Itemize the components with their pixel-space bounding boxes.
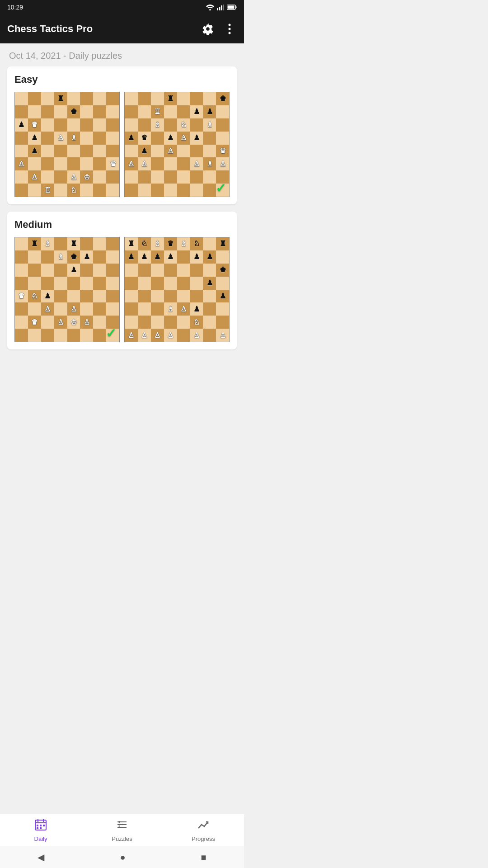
board-cell [41,118,54,132]
board-cell [177,145,190,158]
board-cell [125,264,138,277]
board-cell: ♟ [28,145,41,158]
board-cell [177,250,190,264]
board-cell [138,264,151,277]
board-cell: ♙ [138,329,151,342]
board-cell [54,170,67,184]
board-cell [15,145,28,158]
board-cell [125,316,138,329]
board-cell: ♘ [190,316,203,329]
board-cell [93,302,106,316]
board-cell [216,105,229,118]
board-cell [190,170,203,184]
svg-rect-3 [221,5,222,10]
signal-icon [217,5,224,10]
board-cell: ♙ [41,302,54,316]
board-cell [125,184,138,197]
board-cell [54,277,67,290]
board-cell [80,184,93,197]
settings-button[interactable] [201,22,215,36]
board-cell [216,302,229,316]
board-cell [41,316,54,329]
app-bar: Chess Tactics Pro [0,14,244,43]
board-cell: ♛ [216,145,229,158]
board-cell [151,92,164,105]
board-cell [93,132,106,145]
board-cell [216,250,229,264]
board-cell [106,264,119,277]
app-title: Chess Tactics Pro [7,23,195,35]
board-cell [15,105,28,118]
board-cell: ♛ [28,118,41,132]
board-cell [54,118,67,132]
board-cell [67,92,80,105]
board-cell [54,105,67,118]
more-options-button[interactable] [222,22,237,36]
board-cell [106,302,119,316]
board-cell [203,329,216,342]
board-cell: ♛ [15,290,28,303]
board-cell [54,184,67,197]
board-cell [67,277,80,290]
board-cell: ♟ [216,290,229,303]
board-cell [93,184,106,197]
board-cell [15,250,28,264]
board-cell [164,157,177,170]
board-cell [216,132,229,145]
board-cell: ♖ [151,105,164,118]
board-cell [28,157,41,170]
board-cell [28,277,41,290]
board-cell: ♙ [67,302,80,316]
board-cell [106,105,119,118]
board-cell [125,145,138,158]
board-cell [216,316,229,329]
board-cell [93,170,106,184]
board-cell [164,277,177,290]
board-cell [190,92,203,105]
easy-puzzle-2[interactable]: ♜♚♖♟♟♗♘♗♟♛♟♙♟♟♙♛♙♙♙♗♙ ✓ [124,92,230,197]
board-cell [41,132,54,145]
board-cell: ♗ [164,302,177,316]
medium-puzzle-1[interactable]: ♜♗♜♗♚♟♟♛♘♟♙♙♛♙♔♙ ✓ [14,237,120,342]
board-cell [203,264,216,277]
board-cell: ♟ [190,250,203,264]
board-cell: ♙ [190,157,203,170]
board-cell [151,145,164,158]
board-cell: ♟ [125,250,138,264]
content-area: Easy ♜♚♟♛♟♙♗♟♙♛♙♙♔♖♘ ♜♚♖♟♟♗♘♗♟♛♟♙♟♟♙♛♙♙♙… [0,66,244,415]
medium-board-2: ♜♘♗♛♗♘♜♟♟♟♟♟♟♚♟♟♗♙♟♘♙♙♙♙♙♙ [124,237,230,342]
board-cell [93,250,106,264]
board-cell: ♔ [67,316,80,329]
board-cell [138,92,151,105]
board-cell [106,237,119,250]
board-cell [28,329,41,342]
more-vert-icon [228,23,231,35]
board-cell: ♟ [41,290,54,303]
board-cell: ♙ [54,132,67,145]
board-cell [93,105,106,118]
board-cell [67,157,80,170]
board-cell: ♚ [67,250,80,264]
board-cell: ♗ [177,237,190,250]
board-cell: ♘ [67,184,80,197]
board-cell: ♗ [151,237,164,250]
medium-puzzle-2[interactable]: ♜♘♗♛♗♘♜♟♟♟♟♟♟♚♟♟♗♙♟♘♙♙♙♙♙♙ [124,237,230,342]
board-cell [177,290,190,303]
checkmark-icon: ✓ [216,181,226,196]
medium-puzzle-row: ♜♗♜♗♚♟♟♛♘♟♙♙♛♙♔♙ ✓ ♜♘♗♛♗♘♜♟♟♟♟♟♟♚♟♟♗♙♟♘♙… [14,237,230,342]
medium-section-card: Medium ♜♗♜♗♚♟♟♛♘♟♙♙♛♙♔♙ ✓ ♜♘♗♛♗♘♜♟♟♟♟♟♟♚… [7,212,237,349]
board-cell [80,118,93,132]
board-cell [151,264,164,277]
board-cell: ♙ [80,316,93,329]
board-cell [177,316,190,329]
board-cell [15,170,28,184]
board-cell [138,277,151,290]
board-cell [203,132,216,145]
easy-puzzle-1[interactable]: ♜♚♟♛♟♙♗♟♙♛♙♙♔♖♘ [14,92,120,197]
board-cell [151,277,164,290]
board-cell [28,264,41,277]
board-cell [138,170,151,184]
board-cell [138,316,151,329]
board-cell: ♗ [67,132,80,145]
board-cell [190,277,203,290]
